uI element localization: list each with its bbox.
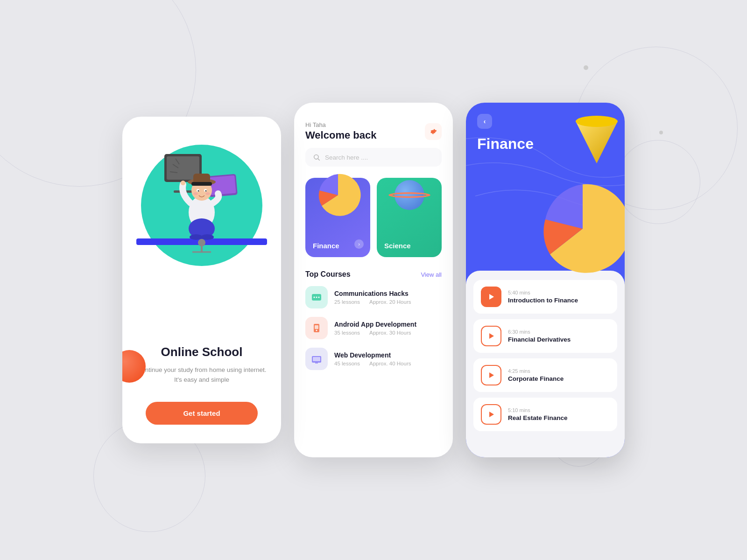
course-icon-web	[305, 348, 328, 370]
course-hours-web: Approx. 40 Hours	[369, 361, 411, 366]
course-meta-web: 45 lessons Approx. 40 Hours	[334, 361, 442, 366]
back-button[interactable]: ‹	[477, 114, 492, 129]
svg-point-27	[314, 155, 318, 159]
phone-2-header: Hi Taha Welcome back	[305, 121, 442, 141]
svg-point-30	[314, 297, 315, 298]
finance-category-arrow: ›	[354, 239, 364, 249]
video-item-intro-finance[interactable]: 5:40 mins Introduction to Finance	[473, 280, 617, 314]
course-hours-communications: Approx. 20 Hours	[369, 299, 411, 305]
course-meta-communications: 25 lessons Approx. 20 Hours	[334, 299, 442, 305]
gear-icon	[429, 127, 437, 136]
svg-rect-5	[209, 175, 236, 196]
course-item-web[interactable]: Web Development 45 lessons Approx. 40 Ho…	[305, 348, 442, 370]
finance-category-label: Finance	[313, 242, 339, 250]
video-duration-realestate: 5:10 mins	[508, 407, 568, 413]
svg-point-14	[205, 190, 207, 192]
video-info-derivatives: 6:30 mins Financial Derivatives	[508, 329, 571, 343]
svg-point-31	[316, 297, 317, 298]
play-icon	[489, 333, 494, 339]
course-info-web: Web Development 45 lessons Approx. 40 Ho…	[334, 351, 442, 366]
course-item-android[interactable]: Android App Development 35 lessons Appro…	[305, 317, 442, 339]
svg-rect-38	[315, 363, 318, 364]
video-title-corporate: Corporate Finance	[508, 375, 564, 382]
video-info-corporate: 4:25 mins Corporate Finance	[508, 368, 564, 382]
settings-button[interactable]	[425, 123, 442, 140]
greeting-block: Hi Taha Welcome back	[305, 121, 376, 141]
video-item-realestate[interactable]: 5:10 mins Real Estate Finance	[473, 398, 617, 431]
video-duration-intro-finance: 5:40 mins	[508, 290, 578, 295]
phone-1-subtitle: Continue your study from home using inte…	[136, 365, 267, 385]
svg-point-15	[193, 192, 198, 195]
video-info-realestate: 5:10 mins Real Estate Finance	[508, 407, 568, 421]
course-icon-android	[305, 317, 328, 339]
play-button-corporate[interactable]	[481, 365, 501, 385]
course-lessons-web: 45 lessons	[334, 361, 360, 366]
finance-pie-chart	[312, 169, 364, 221]
course-info-android: Android App Development 35 lessons Appro…	[334, 321, 442, 336]
character-illustration	[136, 126, 267, 257]
svg-marker-39	[576, 121, 618, 163]
course-item-communications[interactable]: Communications Hacks 25 lessons Approx. …	[305, 286, 442, 308]
video-item-corporate[interactable]: 4:25 mins Corporate Finance	[473, 358, 617, 392]
top-courses-header: Top Courses View all	[305, 270, 442, 279]
course-name-communications: Communications Hacks	[334, 290, 442, 297]
video-title-intro-finance: Introduction to Finance	[508, 297, 578, 304]
play-button-realestate[interactable]	[481, 404, 501, 425]
play-button-intro-finance[interactable]	[481, 287, 501, 307]
top-courses-title: Top Courses	[305, 270, 351, 279]
video-title-derivatives: Financial Derivatives	[508, 336, 571, 343]
finance-header-area: ‹ Finance	[466, 103, 625, 271]
science-category-card[interactable]: Science	[377, 178, 442, 257]
svg-rect-10	[191, 182, 212, 186]
finance-category-card[interactable]: Finance ›	[305, 178, 370, 257]
svg-point-13	[198, 190, 199, 192]
video-duration-corporate: 4:25 mins	[508, 368, 564, 374]
video-info-intro-finance: 5:40 mins Introduction to Finance	[508, 290, 578, 304]
phone-1-text-content: Online School Continue your study from h…	[136, 294, 267, 425]
welcome-text: Welcome back	[305, 129, 376, 141]
svg-point-35	[316, 330, 317, 331]
course-icon-communications	[305, 286, 328, 308]
course-lessons-android: 35 lessons	[334, 330, 360, 336]
svg-point-40	[576, 116, 618, 127]
video-duration-derivatives: 6:30 mins	[508, 329, 571, 335]
svg-point-32	[318, 297, 320, 298]
phone-1-title: Online School	[161, 345, 243, 359]
play-icon	[489, 372, 494, 378]
search-bar[interactable]: Search here ....	[305, 148, 442, 167]
course-meta-android: 35 lessons Approx. 30 Hours	[334, 330, 442, 336]
yellow-cone-decoration	[573, 107, 620, 170]
finance-big-pie-chart	[531, 177, 625, 280]
search-icon	[313, 154, 320, 161]
hi-text: Hi Taha	[305, 121, 376, 128]
phone-2-home: Hi Taha Welcome back Search here ....	[294, 103, 453, 457]
play-button-derivatives[interactable]	[481, 326, 501, 346]
phones-container: Online School Continue your study from h…	[122, 103, 625, 457]
view-all-link[interactable]: View all	[421, 271, 442, 278]
svg-point-16	[205, 192, 210, 195]
search-placeholder-text: Search here ....	[325, 154, 368, 161]
get-started-button[interactable]: Get started	[146, 402, 258, 425]
illustration-area	[127, 117, 276, 294]
finance-video-list: 5:40 mins Introduction to Finance 6:30 m…	[466, 271, 625, 457]
category-row: Finance › Science	[305, 178, 442, 257]
svg-point-19	[190, 234, 203, 240]
video-title-realestate: Real Estate Finance	[508, 414, 568, 421]
svg-rect-37	[313, 357, 320, 361]
course-info-communications: Communications Hacks 25 lessons Approx. …	[334, 290, 442, 305]
svg-point-20	[201, 234, 214, 240]
play-icon	[489, 294, 494, 300]
course-lessons-communications: 25 lessons	[334, 299, 360, 305]
play-icon	[489, 412, 494, 417]
course-name-web: Web Development	[334, 351, 442, 359]
svg-point-17	[181, 181, 185, 185]
svg-line-28	[318, 159, 320, 161]
science-category-label: Science	[384, 242, 411, 250]
science-planet	[384, 169, 435, 221]
video-item-derivatives[interactable]: 6:30 mins Financial Derivatives	[473, 319, 617, 353]
course-hours-android: Approx. 30 Hours	[369, 330, 411, 336]
phone-1-onboarding: Online School Continue your study from h…	[122, 117, 281, 443]
course-name-android: Android App Development	[334, 321, 442, 328]
svg-point-21	[198, 239, 205, 246]
phone-3-finance: ‹ Finance	[466, 103, 625, 457]
